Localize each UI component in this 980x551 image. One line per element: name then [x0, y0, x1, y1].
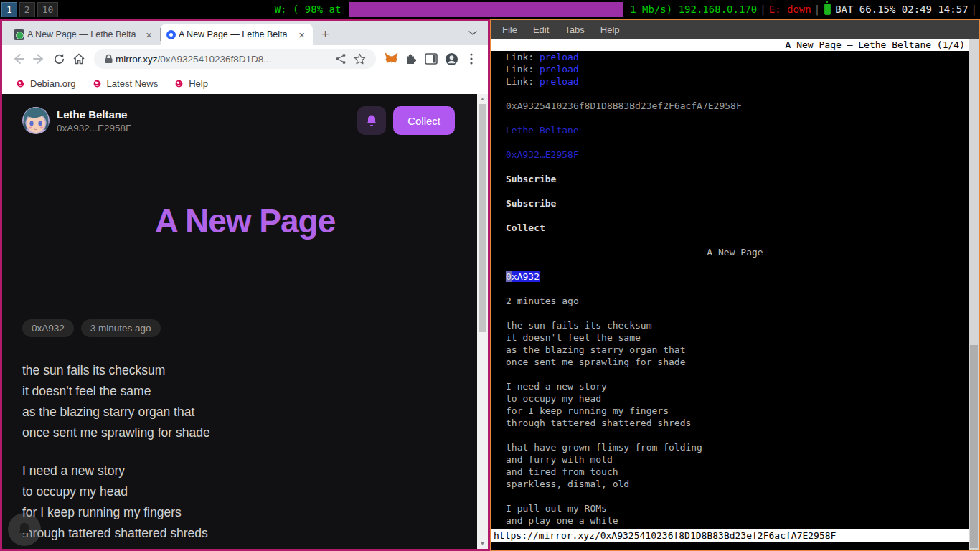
bookmark-latest-news[interactable]: Latest News [89, 77, 166, 90]
page-favicon [14, 29, 24, 40]
profile-avatar-icon[interactable] [442, 50, 461, 68]
back-icon[interactable] [9, 50, 28, 68]
new-tab-button[interactable]: + [313, 27, 338, 45]
redacted-ssid [349, 2, 623, 17]
tab-2-active[interactable]: A New Page — Lethe Belta × [161, 24, 313, 45]
home-icon[interactable] [70, 50, 88, 68]
debian-swirl-icon [174, 78, 184, 89]
forward-icon[interactable] [29, 50, 48, 68]
scrollbar-thumb[interactable] [479, 104, 486, 332]
poem-line: through tattered shattered shreds [22, 523, 468, 544]
terminal-line: Link: preload [506, 63, 979, 75]
chevron-down-icon[interactable] [468, 27, 478, 39]
terminal-text: 2 minutes ago [506, 296, 579, 306]
terminal-text: once sent me sprawling for shade [506, 357, 685, 367]
collect-button[interactable]: Collect [393, 106, 455, 135]
terminal-link[interactable]: 0 [506, 271, 512, 282]
terminal-line: 0xA9325410236f8D1D8B83Bd23ef2F6acfA7E295… [506, 100, 979, 112]
terminal-line [506, 429, 979, 441]
terminal-line [506, 368, 979, 380]
tab-close-icon[interactable]: × [296, 29, 307, 41]
wifi-status: W: ( 98% at [275, 4, 347, 15]
terminal-line [506, 88, 979, 100]
terminal-link[interactable]: 0xA932…E2958F [506, 149, 579, 160]
terminal-line [506, 161, 979, 173]
scroll-up-arrow[interactable]: ▲ [480, 94, 485, 104]
terminal-body[interactable]: A New Page — Lethe Beltane (1/4) Link: p… [491, 39, 979, 550]
scroll-down-arrow[interactable]: ▼ [480, 539, 485, 549]
author-name[interactable]: Lethe Beltane [57, 108, 131, 121]
poem-stanza: the sun fails its checksum it doesn't fe… [22, 360, 468, 443]
debian-swirl-icon [15, 78, 26, 89]
terminal-line [506, 136, 979, 149]
terminal-link[interactable]: preload [540, 76, 579, 87]
w3m-title-line: A New Page — Lethe Beltane (1/4) [491, 39, 969, 51]
terminal-line [506, 307, 979, 319]
terminal-line [506, 283, 979, 295]
poem-body: the sun fails its checksum it doesn't fe… [22, 360, 468, 544]
terminal-text: I pull out my ROMs [506, 503, 607, 514]
battery-icon [824, 4, 831, 15]
metamask-icon[interactable] [382, 50, 400, 68]
terminal-line: that have grown flimsy from folding [506, 441, 979, 453]
terminal-scrollbar[interactable] [969, 39, 979, 550]
menu-help[interactable]: Help [593, 24, 628, 35]
terminal-line [506, 209, 979, 222]
separator: | [757, 4, 768, 15]
address-badge[interactable]: 0xA932 [22, 319, 74, 337]
terminal-text: A New Page [707, 247, 763, 258]
kebab-menu-icon[interactable] [462, 50, 481, 68]
menu-edit[interactable]: Edit [525, 24, 557, 35]
profile-header: Lethe Beltane 0xA932...E2958F Collect [22, 94, 468, 138]
terminal-line [506, 258, 979, 270]
terminal-text: Link: [506, 64, 540, 75]
menu-file[interactable]: File [494, 24, 525, 35]
terminal-link[interactable]: preload [540, 64, 579, 75]
tab-1[interactable]: A New Page — Lethe Belta × [8, 24, 160, 45]
bookmark-debian-org[interactable]: Debian.org [12, 77, 83, 90]
terminal-text: Subscribe [506, 174, 556, 184]
url-text: mirror.xyz/0xA9325410236f8D1D8... [116, 54, 272, 65]
bookmarks-bar: Debian.org Latest News Help [2, 72, 488, 94]
terminal-text: Link: [506, 76, 540, 87]
terminal-text: and play one a while [506, 515, 618, 526]
avatar[interactable] [22, 107, 50, 134]
reload-icon[interactable] [50, 50, 68, 68]
menu-tabs[interactable]: Tabs [557, 24, 592, 35]
terminal-line: A New Page [506, 246, 979, 258]
tab-close-icon[interactable]: × [143, 29, 154, 41]
terminal-line [506, 234, 979, 246]
bookmark-help[interactable]: Help [171, 77, 215, 90]
terminal-link[interactable]: xA932 [512, 271, 540, 282]
author-address[interactable]: 0xA932...E2958F [57, 123, 131, 133]
address-bar[interactable]: mirror.xyz/0xA9325410236f8D1D8... [94, 49, 376, 69]
terminal-text: that have grown flimsy from folding [506, 442, 702, 453]
terminal-text: Link: [506, 52, 540, 62]
share-icon[interactable] [331, 50, 350, 68]
terminal-line: Subscribe [506, 197, 979, 209]
terminal-line: as the blazing starry organ that [506, 344, 979, 356]
scrollbar[interactable]: ▲ ▼ [477, 94, 488, 549]
workspace-button-2[interactable]: 2 [19, 2, 35, 17]
lock-icon[interactable] [101, 50, 116, 68]
subscribe-bell-button[interactable] [357, 106, 386, 135]
terminal-link[interactable]: preload [540, 52, 579, 62]
bookmark-label: Debian.org [30, 78, 76, 89]
extensions-puzzle-icon[interactable] [402, 50, 420, 68]
bookmark-star-icon[interactable] [350, 50, 369, 68]
terminal-line: it doesn't feel the same [506, 331, 979, 344]
timestamp-badge: 3 minutes ago [81, 319, 161, 337]
side-panel-icon[interactable] [422, 50, 440, 68]
scrollbar-thumb[interactable] [970, 345, 978, 548]
w3m-page-text: Link: preloadLink: preloadLink: preload0… [491, 51, 979, 527]
separator: | [969, 4, 980, 15]
terminal-link[interactable]: Lethe Beltane [506, 125, 579, 136]
floating-bell-button[interactable] [8, 513, 41, 546]
terminal-text: Collect [506, 222, 545, 233]
ethernet-status: E: down [769, 4, 811, 15]
poem-stanza: I need a new story to occupy my head for… [22, 461, 468, 544]
separator: | [811, 4, 823, 15]
workspace-button-1[interactable]: 1 [1, 2, 17, 17]
terminal-text: it doesn't feel the same [506, 332, 641, 343]
workspace-button-10[interactable]: 10 [37, 2, 59, 17]
